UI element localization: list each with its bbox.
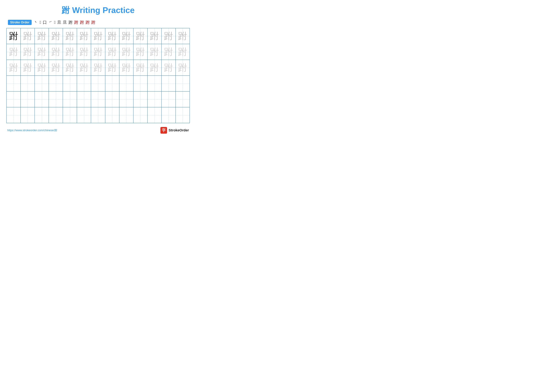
grid-cell-r2-c7[interactable]: 跗 — [105, 60, 119, 76]
grid-cell-r5-c9[interactable] — [133, 107, 147, 123]
grid-cell-r4-c1[interactable] — [21, 91, 35, 107]
grid-cell-r0-c11[interactable]: 跗 — [161, 28, 175, 44]
grid-cell-r5-c1[interactable] — [21, 107, 35, 123]
grid-cell-r4-c2[interactable] — [35, 91, 49, 107]
grid-char-r1-c3: 跗 — [51, 47, 60, 57]
grid-cell-r1-c1[interactable]: 跗 — [21, 44, 35, 60]
grid-cell-r0-c7[interactable]: 跗 — [105, 28, 119, 44]
grid-cell-r2-c11[interactable]: 跗 — [161, 60, 175, 76]
grid-char-r0-c9: 跗 — [136, 31, 145, 41]
grid-char-r1-c11: 跗 — [164, 47, 173, 57]
grid-cell-r1-c4[interactable]: 跗 — [63, 44, 77, 60]
grid-cell-r2-c8[interactable]: 跗 — [119, 60, 133, 76]
grid-cell-r5-c6[interactable] — [91, 107, 105, 123]
grid-cell-r0-c5[interactable]: 跗 — [77, 28, 91, 44]
grid-cell-r3-c12[interactable] — [175, 76, 190, 91]
logo-icon: 字 — [161, 127, 167, 134]
grid-cell-r5-c7[interactable] — [105, 107, 119, 123]
grid-cell-r2-c9[interactable]: 跗 — [133, 60, 147, 76]
grid-cell-r1-c6[interactable]: 跗 — [91, 44, 105, 60]
grid-cell-r4-c5[interactable] — [77, 91, 91, 107]
grid-cell-r3-c1[interactable] — [21, 76, 35, 91]
grid-cell-r1-c0[interactable]: 跗 — [7, 44, 21, 60]
grid-cell-r4-c8[interactable] — [119, 91, 133, 107]
stroke-step-8: 跗 — [74, 20, 78, 25]
grid-cell-r4-c3[interactable] — [49, 91, 63, 107]
grid-char-r2-c12: 跗 — [178, 63, 187, 72]
grid-cell-r5-c10[interactable] — [147, 107, 161, 123]
grid-char-r1-c6: 跗 — [94, 47, 103, 57]
grid-char-r0-c11: 跗 — [164, 31, 173, 41]
grid-cell-r1-c9[interactable]: 跗 — [133, 44, 147, 60]
grid-cell-r0-c0[interactable]: 跗 — [7, 28, 21, 44]
grid-cell-r4-c9[interactable] — [133, 91, 147, 107]
grid-cell-r3-c10[interactable] — [147, 76, 161, 91]
grid-cell-r2-c0[interactable]: 跗 — [7, 60, 21, 76]
grid-cell-r2-c2[interactable]: 跗 — [35, 60, 49, 76]
grid-cell-r5-c8[interactable] — [119, 107, 133, 123]
stroke-order-row: Stroke Order 丶𠃍口㇀𠃋旦旦跗跗跗跗跗 — [6, 20, 190, 25]
grid-char-r1-c7: 跗 — [108, 47, 117, 57]
grid-char-r0-c4: 跗 — [65, 31, 74, 41]
grid-cell-r0-c9[interactable]: 跗 — [133, 28, 147, 44]
grid-cell-r5-c3[interactable] — [49, 107, 63, 123]
grid-cell-r0-c8[interactable]: 跗 — [119, 28, 133, 44]
grid-cell-r2-c1[interactable]: 跗 — [21, 60, 35, 76]
grid-cell-r1-c5[interactable]: 跗 — [77, 44, 91, 60]
grid-cell-r1-c8[interactable]: 跗 — [119, 44, 133, 60]
practice-grid: 跗跗跗跗跗跗跗跗跗跗跗跗跗跗跗跗跗跗跗跗跗跗跗跗跗跗跗跗跗跗跗跗跗跗跗跗跗跗跗 — [6, 28, 190, 123]
grid-char-r0-c2: 跗 — [37, 31, 46, 41]
grid-cell-r1-c3[interactable]: 跗 — [49, 44, 63, 60]
stroke-step-10: 跗 — [86, 20, 90, 25]
grid-char-r2-c5: 跗 — [80, 63, 89, 72]
grid-cell-r4-c11[interactable] — [161, 91, 175, 107]
grid-cell-r3-c9[interactable] — [133, 76, 147, 91]
grid-char-r0-c8: 跗 — [122, 31, 131, 41]
grid-char-r2-c1: 跗 — [23, 63, 32, 72]
grid-cell-r1-c11[interactable]: 跗 — [161, 44, 175, 60]
grid-cell-r1-c2[interactable]: 跗 — [35, 44, 49, 60]
grid-cell-r3-c11[interactable] — [161, 76, 175, 91]
grid-cell-r4-c0[interactable] — [7, 91, 21, 107]
grid-cell-r2-c6[interactable]: 跗 — [91, 60, 105, 76]
stroke-step-1: 𠃍 — [40, 20, 41, 25]
grid-cell-r1-c10[interactable]: 跗 — [147, 44, 161, 60]
grid-cell-r5-c5[interactable] — [77, 107, 91, 123]
grid-cell-r3-c8[interactable] — [119, 76, 133, 91]
grid-cell-r3-c2[interactable] — [35, 76, 49, 91]
grid-cell-r0-c2[interactable]: 跗 — [35, 28, 49, 44]
grid-cell-r2-c3[interactable]: 跗 — [49, 60, 63, 76]
grid-cell-r3-c6[interactable] — [91, 76, 105, 91]
grid-cell-r0-c3[interactable]: 跗 — [49, 28, 63, 44]
grid-char-r2-c4: 跗 — [65, 63, 74, 72]
grid-char-r2-c10: 跗 — [150, 63, 159, 72]
grid-cell-r4-c10[interactable] — [147, 91, 161, 107]
grid-cell-r0-c12[interactable]: 跗 — [175, 28, 190, 44]
grid-cell-r0-c4[interactable]: 跗 — [63, 28, 77, 44]
grid-cell-r1-c12[interactable]: 跗 — [175, 44, 190, 60]
grid-cell-r4-c7[interactable] — [105, 91, 119, 107]
grid-cell-r2-c10[interactable]: 跗 — [147, 60, 161, 76]
grid-cell-r3-c5[interactable] — [77, 76, 91, 91]
grid-cell-r0-c6[interactable]: 跗 — [91, 28, 105, 44]
footer-url[interactable]: https://www.strokeorder.com/chinese/跗 — [7, 128, 57, 132]
grid-cell-r5-c11[interactable] — [161, 107, 175, 123]
grid-cell-r0-c1[interactable]: 跗 — [21, 28, 35, 44]
grid-cell-r3-c4[interactable] — [63, 76, 77, 91]
grid-cell-r5-c2[interactable] — [35, 107, 49, 123]
grid-cell-r5-c4[interactable] — [63, 107, 77, 123]
grid-cell-r3-c0[interactable] — [7, 76, 21, 91]
grid-cell-r3-c7[interactable] — [105, 76, 119, 91]
grid-char-r0-c5: 跗 — [80, 31, 89, 41]
grid-cell-r2-c4[interactable]: 跗 — [63, 60, 77, 76]
grid-cell-r1-c7[interactable]: 跗 — [105, 44, 119, 60]
grid-cell-r4-c6[interactable] — [91, 91, 105, 107]
grid-cell-r4-c12[interactable] — [175, 91, 190, 107]
grid-cell-r2-c12[interactable]: 跗 — [175, 60, 190, 76]
grid-cell-r3-c3[interactable] — [49, 76, 63, 91]
grid-cell-r5-c0[interactable] — [7, 107, 21, 123]
grid-cell-r5-c12[interactable] — [175, 107, 190, 123]
grid-cell-r0-c10[interactable]: 跗 — [147, 28, 161, 44]
grid-cell-r4-c4[interactable] — [63, 91, 77, 107]
grid-cell-r2-c5[interactable]: 跗 — [77, 60, 91, 76]
